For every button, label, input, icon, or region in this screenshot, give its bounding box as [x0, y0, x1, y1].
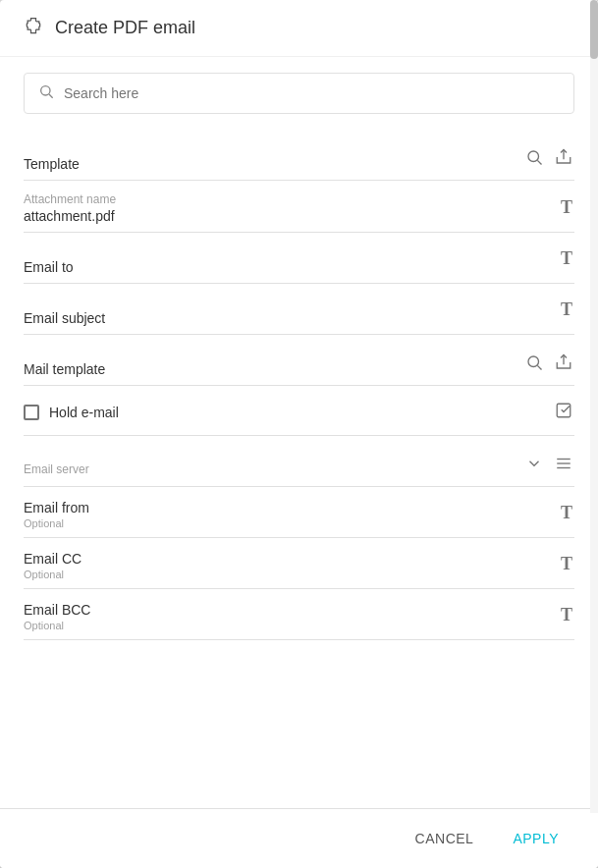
email-to-field-content: Email to [24, 259, 559, 275]
dialog-header: Create PDF email [0, 0, 598, 57]
email-bcc-hint: Optional [24, 620, 559, 631]
attachment-name-field-row: Attachment name attachment.pdf T [24, 185, 574, 233]
template-search-button[interactable] [523, 146, 545, 168]
email-to-field-row: Email to T [24, 237, 574, 284]
search-icon [38, 83, 54, 103]
email-subject-field-row: Email subject T [24, 288, 574, 335]
create-pdf-email-dialog: Create PDF email Template [0, 0, 598, 868]
email-server-field-row: Email server [24, 440, 574, 487]
search-input[interactable] [64, 85, 560, 101]
email-to-actions: T [559, 246, 574, 275]
dialog-content: Template [0, 57, 598, 808]
email-from-actions: T [559, 501, 574, 529]
svg-line-6 [537, 365, 541, 369]
email-subject-label: Email subject [24, 310, 559, 326]
hold-email-action-button[interactable] [553, 400, 574, 421]
attachment-name-field-content: Attachment name attachment.pdf [24, 192, 559, 224]
hold-email-row: Hold e-mail [24, 390, 574, 436]
scrollbar-track [590, 0, 598, 813]
cancel-button[interactable]: CANCEL [400, 821, 490, 856]
email-server-actions [523, 453, 574, 478]
mail-template-field-content: Mail template [24, 361, 523, 377]
email-from-label: Email from [24, 500, 559, 515]
mail-template-actions [523, 352, 574, 377]
mail-template-search-button[interactable] [523, 352, 545, 373]
template-inbox-button[interactable] [553, 146, 574, 168]
mail-template-field-row: Mail template [24, 339, 574, 386]
email-bcc-field-row: Email BCC Optional T [24, 593, 574, 640]
mail-template-inbox-button[interactable] [553, 352, 574, 373]
template-label: Template [24, 156, 523, 172]
attachment-name-text-button[interactable]: T [559, 195, 574, 220]
email-server-list-button[interactable] [553, 453, 574, 474]
hold-email-actions [553, 400, 574, 425]
template-actions [523, 146, 574, 172]
svg-line-3 [537, 160, 541, 164]
email-server-label: Email server [24, 462, 523, 476]
scrollbar-thumb[interactable] [590, 0, 598, 59]
apply-button[interactable]: APPLY [497, 821, 574, 856]
template-field-content: Template [24, 156, 523, 172]
email-cc-text-button[interactable]: T [559, 552, 574, 576]
svg-point-5 [528, 356, 539, 367]
svg-point-2 [528, 151, 539, 162]
email-from-text-button[interactable]: T [559, 501, 574, 525]
email-cc-field-content: Email CC Optional [24, 551, 559, 580]
attachment-name-actions: T [559, 195, 574, 224]
email-bcc-text-button[interactable]: T [559, 603, 574, 627]
email-to-text-button[interactable]: T [559, 246, 574, 271]
attachment-name-label: Attachment name [24, 192, 559, 206]
svg-point-0 [41, 86, 50, 95]
email-bcc-label: Email BCC [24, 602, 559, 618]
dialog-title: Create PDF email [55, 18, 195, 38]
svg-rect-8 [557, 404, 571, 417]
search-bar[interactable] [24, 73, 574, 114]
email-bcc-actions: T [559, 603, 574, 631]
email-cc-hint: Optional [24, 569, 559, 580]
email-subject-text-button[interactable]: T [559, 298, 574, 322]
email-server-field: Email server [24, 462, 523, 478]
email-to-label: Email to [24, 259, 559, 275]
mail-template-label: Mail template [24, 361, 523, 377]
template-field-row: Template [24, 134, 574, 181]
svg-line-1 [49, 94, 53, 98]
email-from-field-row: Email from Optional T [24, 491, 574, 538]
email-bcc-field-content: Email BCC Optional [24, 602, 559, 631]
email-subject-actions: T [559, 298, 574, 326]
email-cc-label: Email CC [24, 551, 559, 567]
hold-email-label: Hold e-mail [49, 405, 119, 420]
attachment-name-value: attachment.pdf [24, 208, 559, 224]
puzzle-icon [24, 16, 43, 40]
email-from-hint: Optional [24, 517, 559, 529]
dialog-footer: CANCEL APPLY [0, 808, 598, 868]
email-from-field-content: Email from Optional [24, 500, 559, 529]
email-cc-actions: T [559, 552, 574, 580]
email-server-dropdown-button[interactable] [523, 453, 545, 474]
hold-email-checkbox[interactable] [24, 405, 39, 420]
email-subject-field-content: Email subject [24, 310, 559, 326]
hold-email-wrapper: Hold e-mail [24, 405, 553, 420]
email-cc-field-row: Email CC Optional T [24, 542, 574, 589]
